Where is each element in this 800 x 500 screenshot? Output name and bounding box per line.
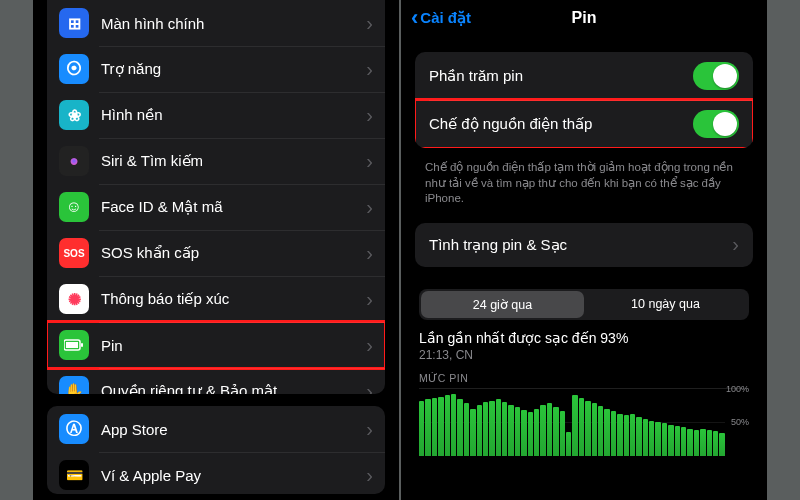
chart-bar: [598, 406, 603, 456]
row-wallet[interactable]: 💳 Ví & Apple Pay ›: [47, 452, 385, 494]
row-wallpaper[interactable]: ❀ Hình nền ›: [47, 92, 385, 138]
chart-bar: [477, 405, 482, 455]
chart-bar: [700, 429, 705, 456]
chart-bar: [649, 421, 654, 456]
row-label: Trợ năng: [101, 60, 360, 78]
chart-bar: [547, 403, 552, 455]
privacy-icon: ✋: [59, 376, 89, 394]
settings-group-1: ⊞ Màn hình chính › ⦿ Trợ năng › ❀ Hình n…: [47, 0, 385, 394]
battery-chart-area: Lần gần nhất được sạc đến 93% 21:13, CN …: [401, 330, 767, 456]
chevron-right-icon: ›: [366, 196, 373, 219]
chevron-right-icon: ›: [366, 12, 373, 35]
chart-bar: [489, 401, 494, 456]
row-percentage[interactable]: Phần trăm pin: [415, 52, 753, 100]
chevron-right-icon: ›: [366, 418, 373, 441]
chevron-right-icon: ›: [366, 464, 373, 487]
chevron-right-icon: ›: [366, 242, 373, 265]
chart-bar: [592, 403, 597, 455]
chart-bar: [451, 394, 456, 456]
last-charge-title: Lần gần nhất được sạc đến 93%: [419, 330, 749, 346]
battery-right-panel: ‹ Cài đặt Pin Phần trăm pin Chế độ nguồn…: [401, 0, 767, 500]
row-accessibility[interactable]: ⦿ Trợ năng ›: [47, 46, 385, 92]
chevron-right-icon: ›: [366, 104, 373, 127]
row-sos[interactable]: SOS SOS khẩn cấp ›: [47, 230, 385, 276]
chart-bar: [687, 429, 692, 456]
last-charge-sub: 21:13, CN: [419, 348, 749, 362]
back-button[interactable]: ‹ Cài đặt: [411, 9, 471, 27]
svg-rect-2: [81, 343, 83, 347]
svg-rect-1: [66, 342, 78, 348]
chart-bar: [432, 398, 437, 456]
row-app-store[interactable]: Ⓐ App Store ›: [47, 406, 385, 452]
chart-bar: [553, 407, 558, 455]
chart-bar: [445, 395, 450, 455]
row-label: Tình trạng pin & Sạc: [429, 236, 726, 254]
chart-bar: [585, 401, 590, 456]
row-exposure[interactable]: ✺ Thông báo tiếp xúc ›: [47, 276, 385, 322]
chart-bar: [668, 425, 673, 456]
chart-bar: [579, 398, 584, 456]
row-low-power[interactable]: Chế độ nguồn điện thấp: [415, 100, 753, 148]
chart-bar: [528, 412, 533, 456]
row-label: Face ID & Mật mã: [101, 198, 360, 216]
row-home-screen[interactable]: ⊞ Màn hình chính ›: [47, 0, 385, 46]
row-label: SOS khẩn cấp: [101, 244, 360, 262]
chart-section-label: MỨC PIN: [419, 372, 749, 384]
low-power-toggle[interactable]: [693, 110, 739, 138]
chart-bar: [681, 427, 686, 455]
chart-bar: [617, 414, 622, 456]
chart-bar: [470, 409, 475, 456]
siri-icon: ●: [59, 146, 89, 176]
chart-bar: [636, 417, 641, 456]
chevron-right-icon: ›: [366, 334, 373, 357]
chart-bar: [464, 403, 469, 455]
back-label: Cài đặt: [420, 9, 471, 27]
row-label: Hình nền: [101, 106, 360, 124]
row-battery[interactable]: Pin ›: [47, 322, 385, 368]
chart-bar: [719, 433, 724, 456]
row-siri[interactable]: ● Siri & Tìm kiếm ›: [47, 138, 385, 184]
tick-50: 50%: [731, 417, 749, 427]
chevron-right-icon: ›: [366, 288, 373, 311]
seg-10d[interactable]: 10 ngày qua: [584, 291, 747, 318]
row-battery-health[interactable]: Tình trạng pin & Sạc ›: [415, 223, 753, 267]
row-privacy[interactable]: ✋ Quyền riêng tư & Bảo mật ›: [47, 368, 385, 394]
app-store-icon: Ⓐ: [59, 414, 89, 444]
chart-bar: [508, 405, 513, 456]
wallpaper-icon: ❀: [59, 100, 89, 130]
accessibility-icon: ⦿: [59, 54, 89, 84]
row-label: Màn hình chính: [101, 15, 360, 32]
health-group: Tình trạng pin & Sạc ›: [415, 223, 753, 267]
time-range-segment[interactable]: 24 giờ qua 10 ngày qua: [419, 289, 749, 320]
row-label: Pin: [101, 337, 360, 354]
chart-bar: [515, 407, 520, 455]
seg-24h[interactable]: 24 giờ qua: [421, 291, 584, 318]
chart-bar: [496, 399, 501, 455]
settings-left-panel: ⊞ Màn hình chính › ⦿ Trợ năng › ❀ Hình n…: [33, 0, 399, 500]
chevron-left-icon: ‹: [411, 9, 418, 27]
chevron-right-icon: ›: [366, 150, 373, 173]
chevron-right-icon: ›: [366, 380, 373, 395]
percentage-toggle[interactable]: [693, 62, 739, 90]
chart-bar: [521, 410, 526, 456]
chart-bar: [540, 405, 545, 455]
chart-bar: [643, 419, 648, 456]
chart-bar: [457, 399, 462, 456]
battery-icon: [59, 330, 89, 360]
chart-bar: [630, 414, 635, 456]
chart-bar: [713, 431, 718, 455]
row-label: Siri & Tìm kiếm: [101, 152, 360, 170]
chart-bar: [502, 402, 507, 456]
sos-icon: SOS: [59, 238, 89, 268]
chart-bar: [624, 415, 629, 455]
row-label: Phần trăm pin: [429, 67, 693, 85]
chart-bar: [694, 430, 699, 455]
chart-bar: [534, 409, 539, 456]
chart-bar: [662, 423, 667, 455]
row-face-id[interactable]: ☺ Face ID & Mật mã ›: [47, 184, 385, 230]
row-label: App Store: [101, 421, 360, 438]
toggle-group: Phần trăm pin Chế độ nguồn điện thấp: [415, 52, 753, 148]
chart-bar: [611, 411, 616, 455]
chart-bar: [419, 401, 424, 456]
chevron-right-icon: ›: [366, 58, 373, 81]
